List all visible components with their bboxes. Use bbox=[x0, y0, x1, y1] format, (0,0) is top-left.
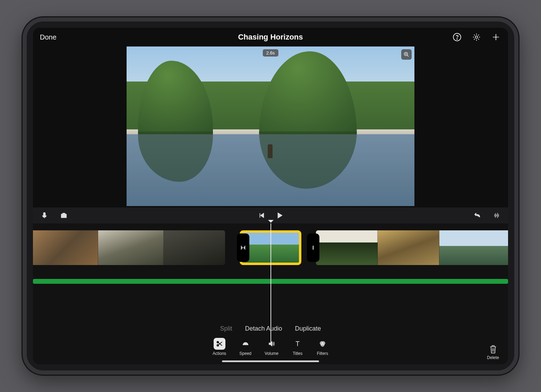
trash-icon bbox=[489, 344, 498, 355]
audio-waveform-icon[interactable] bbox=[491, 210, 502, 221]
undo-icon[interactable] bbox=[472, 210, 482, 221]
done-button[interactable]: Done bbox=[40, 33, 109, 41]
titles-tab[interactable]: Titles bbox=[292, 338, 303, 356]
speed-label: Speed bbox=[239, 351, 251, 356]
svg-point-1 bbox=[457, 39, 457, 40]
volume-tab[interactable]: Volume bbox=[265, 338, 278, 356]
actions-tab[interactable]: Actions bbox=[213, 338, 226, 356]
microphone-icon[interactable] bbox=[39, 210, 50, 221]
filters-tab[interactable]: Filters bbox=[317, 338, 328, 356]
svg-point-8 bbox=[217, 344, 218, 346]
clip-action-menu: Split Detach Audio Duplicate bbox=[33, 325, 508, 332]
video-preview[interactable]: 2.6s bbox=[127, 46, 414, 206]
scissors-icon bbox=[214, 338, 225, 350]
preview-area: 2.6s bbox=[33, 46, 508, 207]
delete-label: Delete bbox=[487, 355, 499, 360]
camera-icon[interactable] bbox=[59, 210, 69, 221]
clip-duration-badge: 2.6s bbox=[263, 49, 278, 57]
titles-icon bbox=[292, 338, 303, 350]
svg-point-2 bbox=[475, 36, 478, 39]
add-media-icon[interactable] bbox=[491, 32, 501, 42]
filters-label: Filters bbox=[317, 351, 328, 356]
clip-group-1[interactable] bbox=[33, 230, 225, 265]
svg-point-7 bbox=[217, 341, 218, 343]
svg-point-5 bbox=[63, 215, 65, 217]
svg-point-11 bbox=[321, 343, 324, 347]
volume-icon bbox=[266, 338, 277, 350]
duplicate-action[interactable]: Duplicate bbox=[295, 325, 321, 332]
detach-audio-action[interactable]: Detach Audio bbox=[245, 325, 282, 332]
split-action[interactable]: Split bbox=[220, 325, 232, 332]
clip-group-2[interactable] bbox=[316, 230, 508, 265]
header-bar: Done Chasing Horizons bbox=[33, 28, 508, 46]
volume-label: Volume bbox=[265, 351, 278, 356]
delete-button[interactable]: Delete bbox=[487, 344, 499, 360]
help-icon[interactable] bbox=[452, 32, 462, 42]
home-indicator[interactable] bbox=[222, 360, 319, 362]
transition-left-icon[interactable] bbox=[237, 233, 249, 262]
project-title: Chasing Horizons bbox=[109, 33, 432, 42]
skip-to-start-icon[interactable] bbox=[256, 210, 267, 221]
play-icon[interactable] bbox=[274, 210, 285, 221]
speed-tab[interactable]: Speed bbox=[239, 338, 251, 356]
ipad-device: Done Chasing Horizons 2.6s bbox=[23, 17, 518, 375]
timeline[interactable]: Split Detach Audio Duplicate Actions Spe… bbox=[33, 223, 508, 364]
speedometer-icon bbox=[240, 338, 251, 350]
settings-gear-icon[interactable] bbox=[471, 32, 482, 42]
app-screen: Done Chasing Horizons 2.6s bbox=[33, 28, 508, 364]
inspector-tabs: Actions Speed Volume bbox=[33, 335, 508, 364]
actions-label: Actions bbox=[213, 351, 226, 356]
filters-icon bbox=[317, 338, 328, 350]
svg-rect-6 bbox=[313, 246, 314, 250]
zoom-icon[interactable] bbox=[401, 49, 412, 60]
transition-right-icon[interactable] bbox=[307, 233, 319, 262]
titles-label: Titles bbox=[293, 351, 302, 356]
